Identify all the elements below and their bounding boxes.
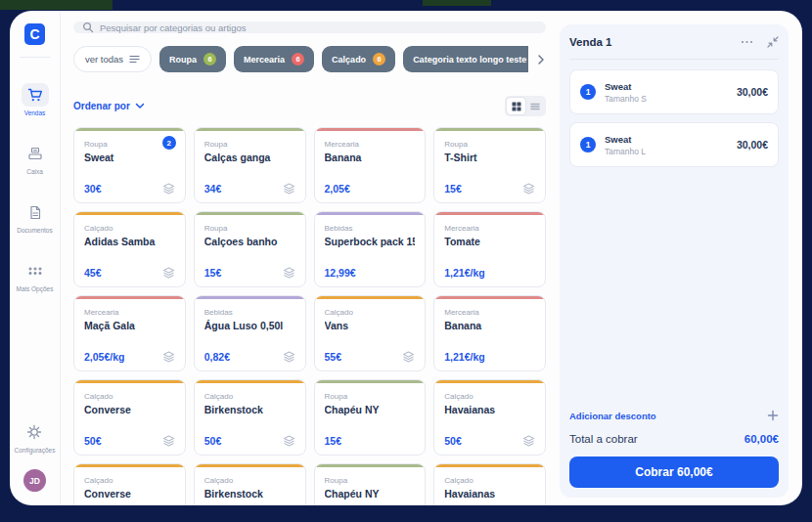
product-category: Calçado <box>204 476 295 485</box>
product-price: 1,21€/kg <box>444 351 484 363</box>
product-price: 0,82€ <box>204 351 230 363</box>
product-name: Banana <box>444 320 535 331</box>
product-card[interactable]: Roupa Chapéu NY 15€ <box>314 463 427 505</box>
category-chip-label: Roupa <box>169 55 197 65</box>
product-card[interactable]: Bebidas Superbock pack 15 12,99€ <box>314 211 427 287</box>
category-count-badge: 6 <box>292 53 304 65</box>
sidebar-item-label: Configurações <box>15 447 56 454</box>
sidebar-bottom: Configurações JD <box>15 420 56 505</box>
app-window: C Vendas Caixa <box>10 11 802 505</box>
cart-item[interactable]: 1 Sweat Tamanho S 30,00€ <box>569 69 779 114</box>
sidebar-item-vendas[interactable]: Vendas <box>22 83 49 116</box>
product-card[interactable]: Mercearia Maçã Gala 2,05€/kg <box>73 295 186 371</box>
product-card[interactable]: Calçado Adidas Samba 45€ <box>73 211 186 287</box>
cart-panel: Venda 1 1 Sweat Tamanho S 30,00€ <box>560 24 789 498</box>
layers-icon <box>162 351 175 363</box>
product-price: 34€ <box>204 183 222 195</box>
sidebar-item-documentos[interactable]: Documentos <box>17 200 53 234</box>
product-card[interactable]: Mercearia Tomate 1,21€/kg <box>433 211 546 287</box>
product-card[interactable]: Calçado Vans 55€ <box>314 295 427 371</box>
product-name: T-Shirt <box>444 152 535 163</box>
ellipsis-icon[interactable] <box>741 40 753 44</box>
product-category: Calçado <box>84 224 175 233</box>
list-view-icon[interactable] <box>525 98 544 114</box>
product-card[interactable]: Calçado Converse 50€ <box>73 463 186 505</box>
product-card[interactable]: Calçado Birkenstock 50€ <box>194 463 306 505</box>
layers-icon <box>283 183 295 195</box>
product-name: Maçã Gala <box>84 320 175 331</box>
grid-view-icon[interactable] <box>507 98 525 114</box>
product-price: 50€ <box>444 435 462 447</box>
product-name: Adidas Samba <box>84 236 175 247</box>
cart-item-name: Sweat <box>605 81 647 92</box>
category-chip[interactable]: Mercearia 6 <box>234 46 314 72</box>
category-color-bar <box>434 128 545 131</box>
sidebar-item-caixa[interactable]: Caixa <box>22 142 49 175</box>
category-chip-label: Mercearia <box>244 55 285 65</box>
chevron-right-icon[interactable] <box>536 54 546 65</box>
product-price: 50€ <box>204 435 222 447</box>
sort-by-button[interactable]: Ordenar por <box>73 101 145 111</box>
product-card[interactable]: Roupa T-Shirt 15€ <box>433 127 546 203</box>
sidebar-item-configuracoes[interactable]: Configurações <box>15 420 56 454</box>
product-card[interactable]: Mercearia Banana 2,05€ <box>314 127 427 203</box>
sidebar-item-label: Vendas <box>24 109 46 116</box>
product-name: Chapéu NY <box>325 404 416 415</box>
more-options-icon <box>22 259 49 283</box>
layers-icon <box>522 183 535 195</box>
product-grid: Roupa Sweat 2 30€ Roupa Calças ganga 34€ <box>73 127 546 505</box>
filter-ver-todas-label: ver todas <box>85 54 123 65</box>
layers-icon <box>162 183 175 195</box>
product-card[interactable]: Roupa Sweat 2 30€ <box>73 127 186 203</box>
product-category: Mercearia <box>444 308 535 317</box>
product-category: Roupa <box>444 140 535 149</box>
add-discount-button[interactable]: Adicionar desconto <box>569 410 779 421</box>
cart-title: Venda 1 <box>569 36 611 48</box>
cart-item[interactable]: 1 Sweat Tamanho L 30,00€ <box>569 122 779 167</box>
product-name: Tomate <box>444 236 535 247</box>
category-chip[interactable]: Categoria texto longo teste 6 <box>403 46 528 72</box>
product-card[interactable]: Bebidas Água Luso 0,50l 0,82€ <box>194 295 306 371</box>
product-card[interactable]: Roupa Calças ganga 34€ <box>194 127 306 203</box>
product-category: Mercearia <box>325 140 416 149</box>
cart-summary: Adicionar desconto Total a cobrar 60,00€… <box>569 410 779 488</box>
category-color-bar <box>434 464 545 467</box>
cart-header: Venda 1 <box>569 24 779 60</box>
product-name: Sweat <box>84 152 175 163</box>
product-price: 1,21€/kg <box>444 267 484 279</box>
checkout-button[interactable]: Cobrar 60,00€ <box>569 457 779 488</box>
product-price: 45€ <box>84 267 102 279</box>
category-color-bar <box>315 296 426 299</box>
cart-item-price: 30,00€ <box>737 139 768 151</box>
search-input[interactable] <box>100 22 537 33</box>
category-chip[interactable]: Roupa 6 <box>159 46 226 72</box>
product-card[interactable]: Calçado Converse 50€ <box>73 379 186 456</box>
product-card[interactable]: Calçado Havaianas 50€ <box>433 379 546 456</box>
product-category: Bebidas <box>325 224 416 233</box>
layers-icon <box>402 351 415 363</box>
product-card[interactable]: Calçado Birkenstock 50€ <box>194 379 306 456</box>
product-name: Havaianas <box>444 488 535 500</box>
filter-ver-todas[interactable]: ver todas <box>73 46 152 72</box>
product-card[interactable]: Mercearia Banana 1,21€/kg <box>433 295 546 371</box>
add-discount-label: Adicionar desconto <box>569 411 656 421</box>
product-qty-badge: 2 <box>162 136 176 150</box>
cart-item-qty-badge: 1 <box>580 84 596 100</box>
layers-icon <box>162 267 175 279</box>
product-price: 50€ <box>84 435 102 447</box>
product-name: Converse <box>84 488 175 500</box>
product-card[interactable]: Roupa Chapéu NY 15€ <box>314 379 427 456</box>
category-color-bar <box>195 212 305 215</box>
product-category: Roupa <box>325 392 416 401</box>
user-avatar[interactable]: JD <box>23 469 46 492</box>
product-card[interactable]: Calçado Havaianas 50€ <box>433 463 546 505</box>
category-color-bar <box>315 380 426 383</box>
product-category: Roupa <box>204 140 295 149</box>
category-chip-label: Calçado <box>332 55 366 65</box>
sidebar-item-mais-opcoes[interactable]: Mais Opções <box>17 259 54 292</box>
product-price: 2,05€ <box>325 183 350 195</box>
category-chip[interactable]: Calçado 6 <box>322 46 395 72</box>
product-card[interactable]: Roupa Calçoes banho 15€ <box>194 211 306 287</box>
cart-item-variant: Tamanho S <box>605 94 647 104</box>
collapse-icon[interactable] <box>767 36 779 48</box>
